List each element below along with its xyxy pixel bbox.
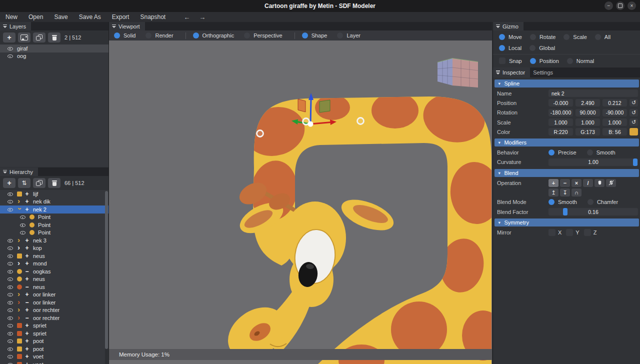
color-r-input[interactable]: R:220	[548, 128, 573, 136]
hierarchy-item[interactable]: +spriet	[0, 330, 108, 338]
radio-icon[interactable]	[530, 45, 536, 51]
mirror-y-checkbox[interactable]	[566, 229, 573, 236]
radio-icon[interactable]	[530, 58, 536, 64]
visibility-eye-icon[interactable]	[7, 237, 14, 244]
tab-hierarchy[interactable]: Hierarchy	[0, 168, 38, 176]
tab-settings[interactable]: Settings	[530, 68, 558, 78]
hierarchy-item[interactable]: +mond	[0, 260, 108, 268]
gizmo-origin[interactable]	[308, 122, 314, 127]
collapse-icon[interactable]	[496, 24, 500, 28]
tab-viewport[interactable]: Viewport	[109, 22, 145, 30]
hierarchy-item[interactable]: −oor linker	[0, 298, 108, 306]
tab-inspector[interactable]: Inspector	[493, 68, 530, 78]
radio-icon[interactable]	[193, 32, 199, 38]
visibility-eye-icon[interactable]	[7, 292, 14, 298]
radio-icon[interactable]	[548, 199, 554, 205]
collapse-icon[interactable]	[112, 24, 116, 28]
visibility-eye-icon[interactable]	[7, 330, 14, 336]
color-b-input[interactable]: B: 56	[602, 128, 627, 136]
option-move[interactable]: Move	[499, 34, 522, 40]
chevron-right-icon[interactable]	[17, 316, 22, 320]
visibility-eye-icon[interactable]	[7, 260, 14, 267]
hierarchy-item[interactable]: +neus	[0, 276, 108, 284]
scale-y-input[interactable]: 1.000	[576, 118, 600, 126]
section-blend[interactable]: ▼ Blend	[494, 169, 639, 177]
add-layer-button[interactable]: +	[3, 32, 16, 42]
hierarchy-item[interactable]: +nek 3	[0, 236, 108, 244]
position-x-input[interactable]: -0.000	[548, 99, 573, 106]
delete-layer-button[interactable]	[48, 32, 60, 42]
blend-factor-slider[interactable]: 0.16	[548, 208, 638, 216]
scale-z-input[interactable]: 1.000	[602, 118, 627, 126]
reset-scale-button[interactable]: ↺	[630, 118, 638, 126]
viewport-canvas[interactable]: Memory Usage: 1%	[109, 40, 492, 364]
option-perspective[interactable]: Perspective	[244, 32, 282, 38]
menu-save-as[interactable]: Save As	[74, 12, 106, 22]
radio-icon[interactable]	[588, 199, 594, 205]
radio-icon[interactable]	[567, 58, 573, 64]
hierarchy-item[interactable]: +kop	[0, 244, 108, 252]
intersect-icon[interactable]: ×	[572, 179, 582, 187]
visibility-eye-icon[interactable]	[7, 245, 14, 252]
chevron-right-icon[interactable]	[17, 238, 22, 243]
maximize-button[interactable]	[616, 2, 624, 10]
delete-shape-button[interactable]	[48, 178, 60, 188]
radio-icon[interactable]	[302, 32, 308, 38]
visibility-eye-icon[interactable]	[7, 338, 14, 344]
visibility-eye-icon[interactable]	[7, 314, 14, 321]
color-swatch[interactable]	[630, 128, 638, 136]
visibility-eye-icon[interactable]	[7, 53, 14, 60]
option-position[interactable]: Position	[530, 58, 559, 64]
radio-icon[interactable]	[595, 34, 601, 40]
visibility-eye-icon[interactable]	[20, 222, 26, 228]
reorder-button[interactable]: ⇅	[18, 178, 30, 188]
mirror-z-checkbox[interactable]	[584, 229, 591, 236]
hierarchy-item[interactable]: +oor linker	[0, 291, 108, 299]
option-global[interactable]: Global	[530, 45, 555, 51]
tab-layers[interactable]: Layers	[0, 22, 31, 30]
rotation-z-input[interactable]: -90.000	[602, 109, 627, 116]
gizmo-plane-x[interactable]	[298, 99, 306, 112]
collapse-icon[interactable]	[3, 170, 7, 174]
visibility-eye-icon[interactable]	[7, 361, 14, 364]
hierarchy-item[interactable]: +spriet	[0, 322, 108, 330]
radio-icon[interactable]	[244, 32, 250, 38]
duplicate-layer-button[interactable]	[33, 32, 46, 42]
duplicate-shape-button[interactable]	[33, 178, 46, 188]
radio-icon[interactable]	[499, 34, 505, 40]
raise-icon[interactable]: ↥	[548, 188, 558, 196]
radio-icon[interactable]	[564, 34, 570, 40]
reset-position-button[interactable]: ↺	[630, 99, 638, 106]
rotation-y-input[interactable]: 90.000	[576, 109, 600, 116]
visibility-eye-icon[interactable]	[7, 354, 14, 360]
option-local[interactable]: Local	[499, 45, 522, 51]
name-input[interactable]: nek 2	[548, 90, 638, 97]
lower-icon[interactable]: ↧	[560, 188, 570, 196]
no-grab-icon[interactable]	[606, 179, 616, 187]
redo-forward-icon[interactable]: →	[194, 14, 210, 21]
option-shape[interactable]: Shape	[302, 32, 328, 38]
curvature-slider[interactable]: 1.00	[548, 158, 638, 166]
reset-rotation-button[interactable]: ↺	[630, 109, 638, 116]
color-g-input[interactable]: G:173	[576, 128, 600, 136]
collapse-icon[interactable]	[496, 70, 500, 74]
slider-handle[interactable]	[633, 158, 638, 166]
undo-back-icon[interactable]: ←	[179, 14, 194, 21]
radio-icon[interactable]	[114, 32, 120, 38]
option-precise[interactable]: Precise	[548, 150, 576, 156]
hierarchy-item[interactable]: +poot	[0, 345, 108, 353]
radio-icon[interactable]	[146, 32, 152, 38]
visibility-eye-icon[interactable]	[7, 276, 14, 282]
snap-checkbox[interactable]: Snap	[499, 58, 522, 64]
radio-icon[interactable]	[548, 150, 554, 156]
visibility-eye-icon[interactable]	[7, 268, 14, 274]
hierarchy-scrollbar[interactable]	[105, 191, 108, 364]
chevron-right-icon[interactable]	[17, 261, 22, 266]
menu-save[interactable]: Save	[48, 12, 73, 22]
option-chamfer[interactable]: Chamfer	[588, 199, 618, 205]
hierarchy-item[interactable]: Point	[0, 221, 108, 229]
option-scale[interactable]: Scale	[564, 34, 587, 40]
add-shape-button[interactable]: +	[3, 178, 16, 188]
visibility-eye-icon[interactable]	[20, 214, 26, 220]
hierarchy-item[interactable]: +lijf	[0, 190, 108, 198]
